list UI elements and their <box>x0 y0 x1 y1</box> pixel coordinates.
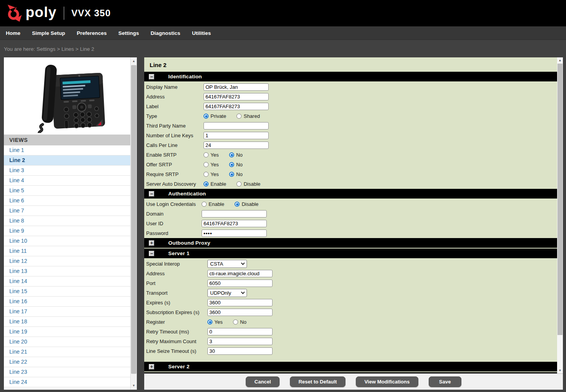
expires-s-input[interactable] <box>207 299 273 306</box>
nav-item-simple-setup[interactable]: Simple Setup <box>26 26 71 40</box>
section-header-server2[interactable]: +Server 2 <box>144 362 557 371</box>
number-of-line-keys-input[interactable] <box>204 132 269 139</box>
collapse-icon[interactable]: − <box>149 251 154 256</box>
register-option-yes[interactable]: Yes <box>207 319 223 325</box>
sidebar-item-line-18[interactable]: Line 18 <box>4 317 130 327</box>
require-srtp-option-yes[interactable]: Yes <box>204 171 219 177</box>
row-expires-s: Expires (s) <box>144 298 557 307</box>
section-header-identification[interactable]: −Identification <box>144 72 557 81</box>
sidebar-scroll-down-icon[interactable]: ▼ <box>131 383 137 389</box>
panel-scrollbar[interactable]: ▲ ▼ <box>557 57 563 373</box>
offer-srtp-option-yes[interactable]: Yes <box>204 162 219 168</box>
radio-selected-icon[interactable] <box>235 202 240 207</box>
sidebar-item-line-20[interactable]: Line 20 <box>4 337 130 347</box>
user-id-input[interactable] <box>202 220 267 227</box>
sidebar-item-line-8[interactable]: Line 8 <box>4 216 130 226</box>
transport-select[interactable]: UDPOnly <box>207 289 247 297</box>
sidebar-scrollbar[interactable]: ▲ ▼ <box>130 57 137 390</box>
radio-unselected-icon[interactable] <box>236 181 242 187</box>
offer-srtp-option-no[interactable]: No <box>229 162 243 168</box>
sidebar-item-line-5[interactable]: Line 5 <box>4 186 130 196</box>
use-login-credentials-option-enable[interactable]: Enable <box>202 201 224 207</box>
sidebar-item-line-9[interactable]: Line 9 <box>4 226 130 236</box>
sidebar-item-line-21[interactable]: Line 21 <box>4 347 130 357</box>
sidebar-item-line-12[interactable]: Line 12 <box>4 256 130 266</box>
radio-unselected-icon[interactable] <box>204 152 209 157</box>
sidebar-item-line-3[interactable]: Line 3 <box>4 166 130 176</box>
radio-selected-icon[interactable] <box>207 319 212 325</box>
label-input[interactable] <box>204 103 269 110</box>
radio-selected-icon[interactable] <box>204 114 209 119</box>
sidebar-item-line-7[interactable]: Line 7 <box>4 206 130 216</box>
section-header-outbound-proxy[interactable]: +Outbound Proxy <box>144 238 557 248</box>
type-option-private[interactable]: Private <box>204 113 226 119</box>
radio-unselected-icon[interactable] <box>204 172 209 177</box>
section-header-server1[interactable]: −Server 1 <box>144 249 557 258</box>
sidebar-item-line-4[interactable]: Line 4 <box>4 176 130 186</box>
enable-srtp-option-yes[interactable]: Yes <box>204 152 219 158</box>
save-button[interactable]: Save <box>429 376 461 387</box>
panel-scroll-thumb[interactable] <box>557 64 563 335</box>
line-seize-timeout-s-input[interactable] <box>207 347 273 355</box>
expand-icon[interactable]: + <box>149 364 154 370</box>
sidebar-item-line-22[interactable]: Line 22 <box>4 357 130 367</box>
port-input[interactable] <box>207 280 273 287</box>
nav-item-home[interactable]: Home <box>0 26 26 40</box>
sidebar-item-line-10[interactable]: Line 10 <box>4 236 130 246</box>
sidebar-item-line-13[interactable]: Line 13 <box>4 266 130 276</box>
server-auto-discovery-option-disable[interactable]: Disable <box>236 181 260 187</box>
sidebar-item-line-16[interactable]: Line 16 <box>4 297 130 307</box>
server-auto-discovery-option-enable[interactable]: Enable <box>204 181 226 187</box>
radio-selected-icon[interactable] <box>229 162 234 167</box>
sidebar-item-line-1[interactable]: Line 1 <box>4 145 130 155</box>
radio-selected-icon[interactable] <box>229 152 234 157</box>
retry-maximum-count-input[interactable] <box>207 338 273 345</box>
sidebar-item-line-15[interactable]: Line 15 <box>4 287 130 297</box>
nav-item-settings[interactable]: Settings <box>112 26 145 40</box>
type-option-shared[interactable]: Shared <box>236 113 260 119</box>
collapse-icon[interactable]: − <box>149 191 154 197</box>
sidebar-item-line-6[interactable]: Line 6 <box>4 196 130 206</box>
password-input[interactable] <box>202 230 267 237</box>
sidebar-item-line-24[interactable]: Line 24 <box>4 377 130 387</box>
radio-unselected-icon[interactable] <box>233 319 238 325</box>
display-name-input[interactable] <box>204 83 269 91</box>
radio-unselected-icon[interactable] <box>236 114 242 119</box>
sidebar-scroll-up-icon[interactable]: ▲ <box>131 58 137 64</box>
address-input[interactable] <box>207 270 273 277</box>
address-input[interactable] <box>204 93 269 100</box>
cancel-button[interactable]: Cancel <box>246 376 280 387</box>
register-option-no[interactable]: No <box>233 319 247 325</box>
section-header-authentication[interactable]: −Authentication <box>144 189 557 199</box>
sidebar-item-line-14[interactable]: Line 14 <box>4 276 130 287</box>
sidebar-item-line-19[interactable]: Line 19 <box>4 327 130 337</box>
retry-timeout-ms-input[interactable] <box>207 328 273 335</box>
calls-per-line-input[interactable] <box>204 142 269 149</box>
collapse-icon[interactable]: − <box>149 74 154 79</box>
expand-icon[interactable]: + <box>149 240 154 246</box>
register-radio-group: YesNo <box>207 319 257 325</box>
nav-item-utilities[interactable]: Utilities <box>186 26 217 40</box>
panel-scroll-down-icon[interactable]: ▼ <box>557 368 563 373</box>
sidebar-item-line-23[interactable]: Line 23 <box>4 367 130 377</box>
enable-srtp-option-no[interactable]: No <box>229 152 243 158</box>
nav-item-diagnostics[interactable]: Diagnostics <box>145 26 186 40</box>
radio-unselected-icon[interactable] <box>204 162 209 167</box>
radio-selected-icon[interactable] <box>229 172 234 177</box>
radio-unselected-icon[interactable] <box>202 202 207 207</box>
radio-selected-icon[interactable] <box>204 181 209 187</box>
require-srtp-option-no[interactable]: No <box>229 171 243 177</box>
panel-scroll-up-icon[interactable]: ▲ <box>557 57 563 63</box>
reset-to-default-button[interactable]: Reset to Default <box>290 376 345 387</box>
sidebar-item-line-17[interactable]: Line 17 <box>4 307 130 317</box>
view-modifications-button[interactable]: View Modifications <box>356 376 418 387</box>
sidebar-item-line-2[interactable]: Line 2 <box>4 155 130 166</box>
subscription-expires-s-input[interactable] <box>207 309 273 316</box>
use-login-credentials-option-disable[interactable]: Disable <box>235 201 258 207</box>
sidebar-item-line-11[interactable]: Line 11 <box>4 246 130 256</box>
domain-input[interactable] <box>202 210 267 218</box>
third-party-name-input[interactable] <box>204 122 269 130</box>
sidebar-scroll-thumb[interactable] <box>131 65 136 374</box>
special-interop-select[interactable]: CSTA <box>207 260 247 268</box>
nav-item-preferences[interactable]: Preferences <box>71 26 112 40</box>
